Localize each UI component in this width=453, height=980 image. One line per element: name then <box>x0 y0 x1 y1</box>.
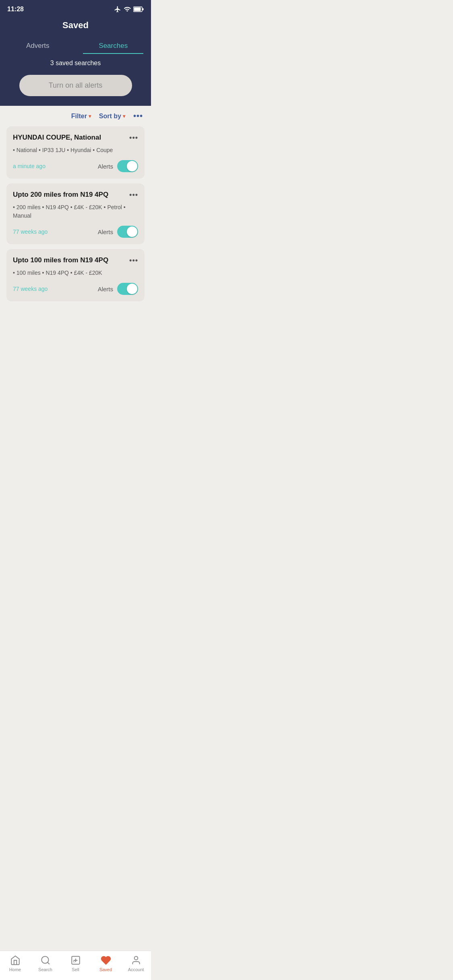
card-2-alerts-label: Alerts <box>98 229 113 235</box>
card-1-alerts-toggle[interactable] <box>117 160 138 172</box>
card-3-header: Upto 100 miles from N19 4PQ ••• <box>13 256 138 265</box>
card-1-details: • National • IP33 1JU • Hyundai • Coupe <box>13 146 138 154</box>
sort-chevron-icon: ▾ <box>123 113 125 119</box>
page-header: Saved Adverts Searches 3 saved searches … <box>0 16 151 106</box>
card-2-menu-button[interactable]: ••• <box>126 191 138 199</box>
card-3-time: 77 weeks ago <box>13 286 48 292</box>
status-time: 11:28 <box>7 6 24 13</box>
card-1-menu-button[interactable]: ••• <box>126 134 138 142</box>
svg-rect-1 <box>134 8 141 11</box>
card-3-alerts-row: Alerts <box>98 283 138 295</box>
status-bar: 11:28 <box>0 0 151 16</box>
tab-adverts[interactable]: Adverts <box>0 37 76 54</box>
search-card-1: HYUNDAI COUPE, National ••• • National •… <box>6 126 145 179</box>
card-2-footer: 77 weeks ago Alerts <box>13 226 138 238</box>
tabs-container: Adverts Searches <box>0 37 151 54</box>
status-icons <box>114 6 144 13</box>
saved-count: 3 saved searches <box>0 54 151 75</box>
card-2-alerts-toggle[interactable] <box>117 226 138 238</box>
turn-on-all-alerts-button[interactable]: Turn on all alerts <box>19 75 132 96</box>
card-1-title: HYUNDAI COUPE, National <box>13 134 126 142</box>
svg-rect-2 <box>143 8 144 10</box>
card-1-alerts-label: Alerts <box>98 163 113 170</box>
battery-icon <box>133 6 144 12</box>
filter-chevron-icon: ▾ <box>89 113 91 119</box>
more-options-button[interactable]: ••• <box>133 111 143 121</box>
card-2-time: 77 weeks ago <box>13 229 48 235</box>
alerts-btn-container: Turn on all alerts <box>0 75 151 106</box>
card-3-alerts-label: Alerts <box>98 286 113 292</box>
card-3-menu-button[interactable]: ••• <box>126 256 138 265</box>
card-2-title: Upto 200 miles from N19 4PQ <box>13 191 126 199</box>
search-card-3: Upto 100 miles from N19 4PQ ••• • 100 mi… <box>6 249 145 301</box>
card-2-details: • 200 miles • N19 4PQ • £4K - £20K • Pet… <box>13 203 138 220</box>
wifi-icon <box>124 6 131 13</box>
card-3-footer: 77 weeks ago Alerts <box>13 283 138 295</box>
card-1-alerts-row: Alerts <box>98 160 138 172</box>
card-3-alerts-toggle[interactable] <box>117 283 138 295</box>
tab-searches[interactable]: Searches <box>76 37 151 54</box>
filter-bar: Filter ▾ Sort by ▾ ••• <box>0 106 151 126</box>
airplane-icon <box>114 6 121 13</box>
card-1-header: HYUNDAI COUPE, National ••• <box>13 134 138 142</box>
page-title: Saved <box>0 20 151 37</box>
card-2-alerts-row: Alerts <box>98 226 138 238</box>
cards-container: HYUNDAI COUPE, National ••• • National •… <box>0 126 151 301</box>
sort-by-button[interactable]: Sort by ▾ <box>99 113 125 120</box>
search-card-2: Upto 200 miles from N19 4PQ ••• • 200 mi… <box>6 183 145 244</box>
filter-button[interactable]: Filter ▾ <box>71 113 91 120</box>
card-1-footer: a minute ago Alerts <box>13 160 138 172</box>
card-2-header: Upto 200 miles from N19 4PQ ••• <box>13 191 138 199</box>
card-1-time: a minute ago <box>13 163 46 169</box>
card-3-details: • 100 miles • N19 4PQ • £4K - £20K <box>13 269 138 277</box>
card-3-title: Upto 100 miles from N19 4PQ <box>13 256 126 264</box>
